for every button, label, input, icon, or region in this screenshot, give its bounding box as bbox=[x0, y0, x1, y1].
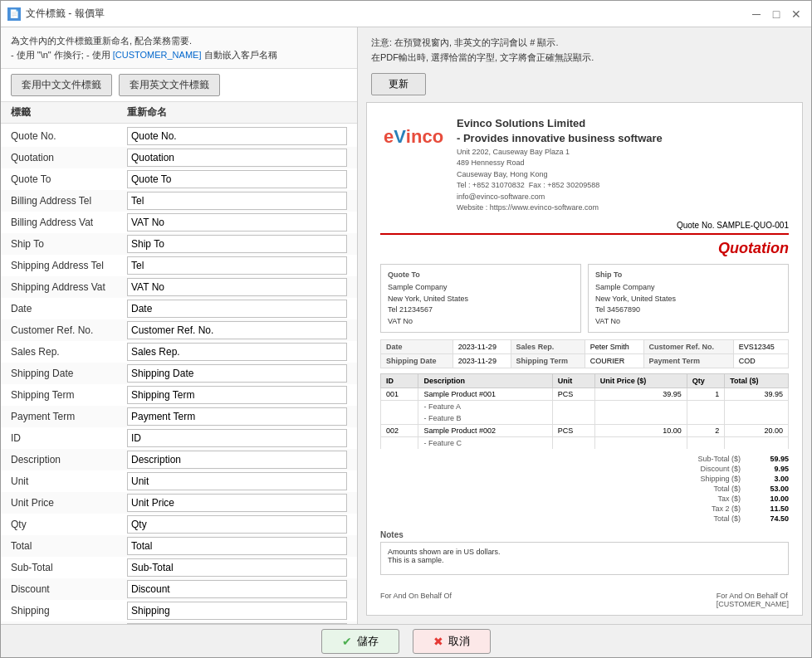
address-section: Quote To Sample Company New York, United… bbox=[380, 264, 789, 334]
maximize-button[interactable]: □ bbox=[768, 6, 785, 22]
ship-to-tel: Tel 34567890 bbox=[595, 305, 781, 316]
label-row: Shipping Address Vat bbox=[1, 276, 357, 298]
label-row: Discount bbox=[1, 578, 357, 600]
notice-area: 注意: 在預覽視窗內, 非英文的字詞會以 # 顯示. 在PDF輸出時, 選擇恰當… bbox=[358, 27, 811, 70]
label-input[interactable] bbox=[127, 300, 347, 318]
label-row: ID bbox=[1, 427, 357, 449]
subtotal-row: Sub-Total ($) 59.95 bbox=[658, 454, 789, 464]
col-price: Unit Price ($) bbox=[594, 374, 687, 388]
feature-a: - Feature A bbox=[418, 401, 552, 413]
label-row: Shipping bbox=[1, 600, 357, 621]
label-input[interactable] bbox=[127, 537, 347, 555]
item-desc: Sample Product #001 bbox=[418, 388, 552, 401]
chinese-template-button[interactable]: 套用中文文件標籤 bbox=[11, 74, 112, 96]
col-desc: Description bbox=[418, 374, 552, 388]
ship-to-company: Sample Company bbox=[595, 282, 781, 294]
english-template-button[interactable]: 套用英文文件標籤 bbox=[119, 74, 220, 96]
info-line2: - 使用 "\n" 作換行; - 使用 [CUSTOMER_NAME] 自動嵌入… bbox=[11, 48, 347, 62]
label-name: Quotation bbox=[11, 152, 127, 163]
ship-to-vat: VAT No bbox=[595, 316, 781, 328]
tax2-label: Tax 2 ($) bbox=[658, 504, 741, 513]
minimize-button[interactable]: ─ bbox=[748, 6, 765, 22]
labels-header: 標籤 重新命名 bbox=[1, 102, 357, 124]
label-name: Customer Ref. No. bbox=[11, 324, 127, 336]
total-row: Total ($) 53.00 bbox=[658, 484, 789, 494]
label-input[interactable] bbox=[127, 343, 347, 361]
discount-value: 9.95 bbox=[747, 465, 789, 473]
label-input[interactable] bbox=[127, 235, 347, 253]
label-row: Unit Price bbox=[1, 492, 357, 514]
update-btn-row: 更新 bbox=[358, 70, 811, 102]
close-button[interactable]: ✕ bbox=[788, 6, 805, 22]
info-text: 為文件內的文件標籤重新命名, 配合業務需要. - 使用 "\n" 作換行; - … bbox=[1, 27, 357, 69]
label-input[interactable] bbox=[127, 149, 347, 167]
sales-rep-value: Peter Smith bbox=[585, 340, 643, 354]
feature-c: - Feature C bbox=[418, 437, 552, 450]
col-total: Total ($) bbox=[725, 374, 789, 388]
label-input[interactable] bbox=[127, 386, 347, 404]
cancel-button[interactable]: ✖ 取消 bbox=[413, 629, 491, 654]
company-logo: eVinco bbox=[380, 116, 447, 158]
bill-to-address: New York, United States bbox=[388, 294, 574, 305]
labels-list: Quote No.QuotationQuote ToBilling Addres… bbox=[1, 124, 357, 624]
label-input[interactable] bbox=[127, 515, 347, 534]
label-input[interactable] bbox=[127, 127, 347, 145]
label-name: Shipping bbox=[11, 605, 127, 617]
totals-section: Sub-Total ($) 59.95 Discount ($) 9.95 Sh… bbox=[380, 454, 789, 524]
preview-area: eVinco Evinco Solutions Limited - Provid… bbox=[366, 102, 803, 616]
label-input[interactable] bbox=[127, 472, 347, 490]
notes-content: Amounts shown are in US dollars. This is… bbox=[380, 542, 789, 575]
label-name: Shipping Address Vat bbox=[11, 281, 127, 293]
save-button[interactable]: ✔ 儲存 bbox=[321, 629, 399, 654]
label-input[interactable] bbox=[127, 558, 347, 577]
label-name: Quote To bbox=[11, 173, 127, 185]
label-input[interactable] bbox=[127, 256, 347, 275]
notes-line2: This is a sample. bbox=[388, 556, 781, 564]
label-input[interactable] bbox=[127, 602, 347, 620]
payment-term-value: COD bbox=[733, 354, 788, 368]
main-window: 📄 文件標籤 - 報價單 ─ □ ✕ 為文件內的文件標籤重新命名, 配合業務需要… bbox=[0, 0, 812, 658]
update-button[interactable]: 更新 bbox=[371, 73, 426, 95]
label-input[interactable] bbox=[127, 580, 347, 598]
subtotal-label: Sub-Total ($) bbox=[658, 455, 741, 463]
label-row: Qty bbox=[1, 514, 357, 535]
bottom-bar: ✔ 儲存 ✖ 取消 bbox=[1, 624, 811, 657]
sig-right-line2: [CUSTOMER_NAME] bbox=[717, 600, 789, 608]
label-input[interactable] bbox=[127, 451, 347, 469]
label-input[interactable] bbox=[127, 278, 347, 296]
item-unit: PCS bbox=[552, 425, 594, 437]
label-row: Total bbox=[1, 535, 357, 557]
bill-to-vat: VAT No bbox=[388, 316, 574, 328]
table-row: 002 Sample Product #002 PCS 10.00 2 20.0… bbox=[381, 425, 789, 437]
item-unit: PCS bbox=[552, 388, 594, 401]
sig-right: For And On Behalf Of [CUSTOMER_NAME] bbox=[717, 592, 789, 608]
item-qty: 2 bbox=[687, 425, 724, 437]
quotation-title: Quotation bbox=[380, 240, 789, 257]
label-input[interactable] bbox=[127, 364, 347, 383]
label-row: Sales Rep. bbox=[1, 341, 357, 363]
label-name: Payment Term bbox=[11, 411, 127, 422]
label-row: Billing Address Vat bbox=[1, 212, 357, 233]
label-name: Shipping Term bbox=[11, 389, 127, 401]
title-bar: 📄 文件標籤 - 報價單 ─ □ ✕ bbox=[1, 1, 811, 27]
check-icon: ✔ bbox=[342, 635, 352, 648]
notes-section: Notes Amounts shown are in US dollars. T… bbox=[380, 530, 789, 575]
label-input[interactable] bbox=[127, 407, 347, 426]
bill-to-company: Sample Company bbox=[388, 282, 574, 294]
item-id: 002 bbox=[381, 425, 418, 437]
label-input[interactable] bbox=[127, 321, 347, 339]
label-input[interactable] bbox=[127, 192, 347, 210]
label-input[interactable] bbox=[127, 213, 347, 232]
label-input[interactable] bbox=[127, 494, 347, 512]
label-row: Shipping Address Tel bbox=[1, 255, 357, 276]
label-input[interactable] bbox=[127, 429, 347, 447]
item-price: 39.95 bbox=[594, 388, 687, 401]
date-value: 2023-11-29 bbox=[452, 340, 511, 354]
table-row: - Feature B bbox=[381, 412, 789, 425]
label-row: Billing Address Tel bbox=[1, 190, 357, 212]
label-input[interactable] bbox=[127, 170, 347, 188]
shipping-term-label: Shipping Term bbox=[511, 354, 585, 368]
table-row: - Feature C bbox=[381, 437, 789, 450]
window-title: 文件標籤 - 報價單 bbox=[26, 7, 105, 21]
item-id: 001 bbox=[381, 388, 418, 401]
